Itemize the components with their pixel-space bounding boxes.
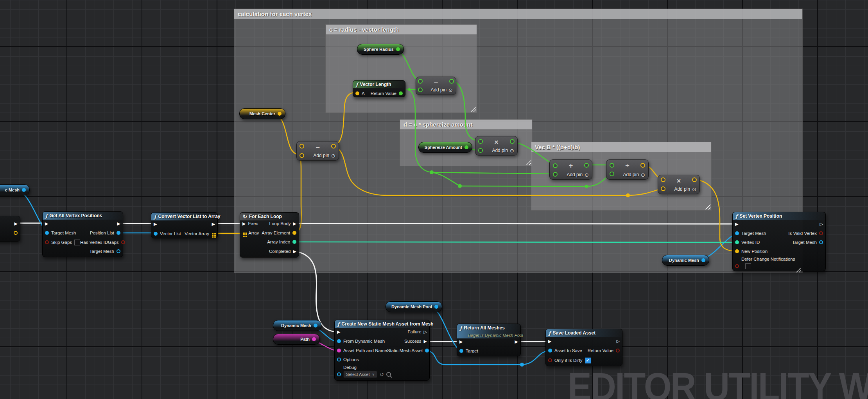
- exec-in-pin[interactable]: ▶: [154, 222, 157, 226]
- float-output-pin[interactable]: [449, 79, 454, 84]
- variable-pill-dynamic-mesh-pool[interactable]: Dynamic Mesh Pool: [386, 301, 442, 312]
- object-input-pin[interactable]: [548, 349, 552, 352]
- object-input-pin[interactable]: [735, 231, 739, 235]
- object-output-pin[interactable]: [819, 240, 823, 244]
- node-partial-left-edge[interactable]: ▶: [0, 216, 20, 242]
- object-output-pin[interactable]: [314, 324, 317, 327]
- variable-pill-sphereize-amount[interactable]: Sphereize Amount: [418, 142, 472, 153]
- float-input-pin[interactable]: [478, 139, 483, 144]
- exec-in-pin[interactable]: ▶: [337, 330, 340, 334]
- vector-output-pin[interactable]: [331, 144, 336, 149]
- object-output-pin[interactable]: [22, 188, 26, 192]
- exec-out-pin[interactable]: ▶: [117, 222, 120, 226]
- comment-header[interactable]: calculation for each vertex: [234, 9, 802, 19]
- math-node-divide[interactable]: ÷ Add pin ⊙: [606, 159, 649, 180]
- reset-icon[interactable]: ↺: [380, 372, 384, 377]
- object-input-pin[interactable]: [154, 232, 158, 236]
- node-set-vertex-position[interactable]: ƒ Set Vertex Position ▶ ▷ Target Mesh Is…: [732, 212, 826, 271]
- node-create-new-static-mesh-asset[interactable]: ƒ Create New Static Mesh Asset from Mesh…: [334, 320, 430, 381]
- variable-pill-partial-mesh[interactable]: c Mesh: [0, 184, 30, 195]
- float-input-pin[interactable]: [478, 148, 483, 153]
- node-get-all-vertex-positions[interactable]: ƒ Get All Vertex Positions ▶ ▶ Target Me…: [42, 211, 123, 257]
- bool-input-pin[interactable]: [735, 264, 739, 268]
- object-input-pin[interactable]: [337, 372, 341, 376]
- node-for-each-loop[interactable]: ↻ For Each Loop ▶ Exec Loop Body ▶ Array…: [240, 212, 299, 258]
- int-input-pin[interactable]: [735, 240, 739, 244]
- add-pin-button[interactable]: Add pin ⊙: [674, 186, 696, 192]
- float-input-pin[interactable]: [553, 172, 558, 177]
- float-input-pin[interactable]: [418, 88, 423, 92]
- add-pin-button[interactable]: Add pin ⊙: [567, 172, 589, 177]
- math-node-add-float[interactable]: + Add pin ⊙: [549, 159, 592, 180]
- only-if-dirty-checkbox[interactable]: ✓: [585, 358, 591, 363]
- object-output-pin[interactable]: [425, 349, 429, 352]
- vector-output-pin[interactable]: [14, 231, 18, 235]
- exec-in-pin[interactable]: ▶: [735, 222, 738, 226]
- node-vector-length[interactable]: ƒ Vector Length A Return Value: [353, 80, 405, 97]
- object-input-pin[interactable]: [337, 339, 341, 343]
- int-output-pin[interactable]: [292, 240, 296, 244]
- vector-input-pin[interactable]: [299, 153, 304, 158]
- float-output-pin[interactable]: [464, 145, 468, 149]
- comment-resize-handle[interactable]: [526, 159, 531, 165]
- object-output-pin[interactable]: [701, 258, 705, 262]
- object-input-pin[interactable]: [459, 349, 463, 353]
- math-node-multiply-vector[interactable]: × Add pin ⊙: [658, 175, 700, 194]
- exec-out-pin[interactable]: ▶: [14, 222, 18, 226]
- node-convert-vector-list-to-array[interactable]: ƒ Convert Vector List to Array ▶ ▶ Vecto…: [151, 212, 218, 238]
- vector-input-pin[interactable]: [735, 249, 739, 253]
- object-input-pin[interactable]: [337, 358, 341, 361]
- comment-header[interactable]: d = c * sphereize amount: [400, 120, 532, 129]
- exec-in-pin[interactable]: ▶: [45, 222, 48, 226]
- bool-output-pin[interactable]: [616, 349, 620, 352]
- add-pin-button[interactable]: Add pin ⊙: [430, 87, 453, 93]
- select-asset-dropdown[interactable]: Select Asset ∨: [343, 371, 377, 378]
- variable-pill-dynamic-mesh[interactable]: Dynamic Mesh: [273, 320, 321, 331]
- exec-out-pin[interactable]: ▶: [515, 340, 518, 344]
- vector-input-pin[interactable]: [661, 186, 665, 191]
- add-pin-button[interactable]: Add pin ⊙: [313, 153, 335, 158]
- array-output-pin[interactable]: [212, 233, 213, 234]
- comment-resize-handle[interactable]: [705, 204, 710, 209]
- exec-out-pin[interactable]: ▶: [293, 249, 296, 254]
- exec-in-pin[interactable]: ▶: [548, 339, 551, 344]
- exec-out-success-pin[interactable]: ▶: [424, 339, 427, 344]
- array-input-pin[interactable]: [243, 233, 244, 234]
- bool-output-pin[interactable]: [819, 231, 823, 235]
- float-input-pin[interactable]: [610, 163, 614, 168]
- object-input-pin[interactable]: [45, 231, 49, 235]
- float-input-pin[interactable]: [553, 163, 558, 168]
- float-input-pin[interactable]: [418, 79, 423, 84]
- float-output-pin[interactable]: [396, 47, 400, 51]
- vector-input-pin[interactable]: [299, 144, 304, 149]
- bool-input-pin[interactable]: [45, 240, 49, 244]
- vector-output-pin[interactable]: [640, 163, 645, 168]
- math-node-subtract-vector[interactable]: − Add pin ⊙: [296, 141, 339, 161]
- node-return-all-meshes[interactable]: ƒ Return All Meshes Target is Dynamic Me…: [457, 324, 521, 356]
- variable-pill-sphere-radius[interactable]: Sphere Radius: [357, 44, 404, 55]
- exec-out-pin[interactable]: ▶: [212, 222, 215, 226]
- string-output-pin[interactable]: [312, 337, 316, 341]
- bool-output-pin[interactable]: [121, 240, 125, 244]
- bool-input-pin[interactable]: [548, 358, 552, 362]
- float-output-pin[interactable]: [510, 139, 515, 144]
- add-pin-button[interactable]: Add pin ⊙: [492, 148, 514, 153]
- vector-output-pin[interactable]: [278, 112, 282, 116]
- vector-input-pin[interactable]: [355, 91, 359, 95]
- exec-out-failure-pin[interactable]: ▷: [424, 330, 427, 334]
- variable-pill-mesh-center[interactable]: Mesh Center: [239, 108, 285, 119]
- variable-pill-path[interactable]: Path: [273, 334, 320, 345]
- vector-output-pin[interactable]: [692, 177, 697, 182]
- object-output-pin[interactable]: [117, 249, 120, 253]
- comment-header[interactable]: c = radius - vector length: [326, 25, 477, 34]
- exec-out-pin[interactable]: ▶: [293, 222, 296, 226]
- exec-out-pin[interactable]: ▷: [617, 339, 620, 344]
- object-output-pin[interactable]: [117, 231, 120, 235]
- float-input-pin[interactable]: [610, 172, 614, 176]
- skip-gaps-checkbox[interactable]: [74, 240, 80, 245]
- comment-header[interactable]: Vec B * ((b+d)/b): [531, 142, 711, 152]
- defer-change-checkbox[interactable]: [745, 263, 751, 269]
- search-icon[interactable]: [386, 372, 391, 377]
- float-output-pin[interactable]: [399, 91, 403, 95]
- variable-pill-dynamic-mesh-2[interactable]: Dynamic Mesh: [662, 255, 709, 266]
